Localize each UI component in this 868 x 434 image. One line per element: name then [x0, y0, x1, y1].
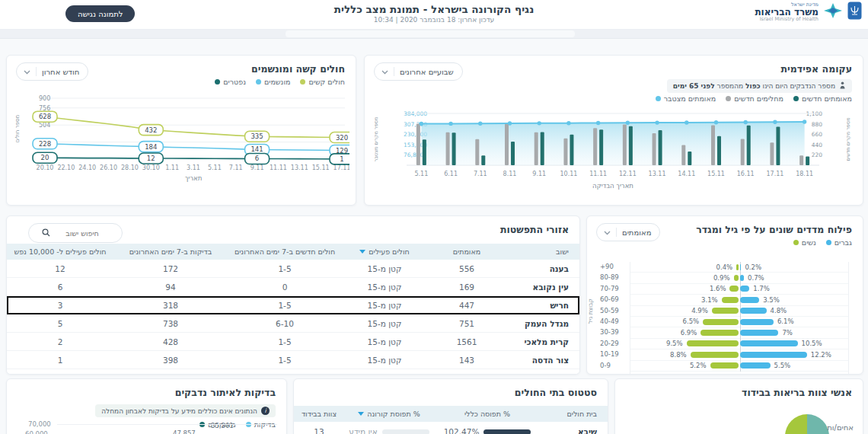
staff-pie-label: אחים/ות — [827, 423, 854, 432]
general-occupancy: 102.47% — [434, 427, 541, 434]
pyramid-row: 30-396.9%7% — [630, 327, 848, 338]
svg-text:76,800: 76,800 — [404, 152, 423, 158]
logo-text: מדינת ישראל משרד הבריאות Israel Ministry… — [755, 2, 819, 22]
column-header[interactable]: בדיקות ב-7 ימים האחרונים — [113, 247, 228, 256]
svg-text:5.11: 5.11 — [414, 171, 428, 177]
cell-value: 1 — [7, 356, 113, 365]
svg-text:900: 900 — [39, 95, 50, 102]
city-search — [28, 223, 123, 243]
hospital-row[interactable]: שיבא102.47%אין מידע13 — [294, 422, 608, 434]
column-header[interactable]: חולים פעילים — [342, 247, 427, 256]
svg-text:129: 129 — [336, 147, 348, 155]
svg-text:8.11: 8.11 — [503, 171, 517, 177]
cell-value: קטן מ-15 — [342, 319, 427, 328]
table-row[interactable]: צור הדסה143קטן מ-151-53981 — [7, 351, 579, 369]
horizontal-scrollbar[interactable] — [0, 30, 868, 39]
column-header[interactable]: חולים חדשים ב-7 ימים האחרונים — [228, 247, 342, 256]
legend-dot-icon — [793, 240, 799, 245]
scrollbar-thumb[interactable] — [286, 30, 575, 37]
svg-text:12.11: 12.11 — [619, 171, 637, 177]
svg-text:9.11: 9.11 — [251, 164, 264, 171]
legend-item: מחלימים חדשים — [726, 94, 783, 103]
legend-dot-icon — [215, 79, 220, 85]
table-row[interactable]: שערי תקווה147קטן מ-151-51772 — [7, 369, 579, 375]
staff-pie-chart — [785, 414, 829, 434]
column-header[interactable]: בית חולים — [541, 410, 608, 418]
svg-text:11.11: 11.11 — [270, 164, 287, 171]
cell-value: 447 — [427, 301, 506, 310]
svg-text:3.11: 3.11 — [187, 164, 200, 171]
svg-text:432: 432 — [145, 126, 157, 134]
column-header[interactable]: % תפוסת קורונה — [344, 410, 434, 418]
top-header: לתמונה נגישה נגיף הקורונה בישראל - תמונת… — [0, 0, 868, 30]
svg-text:184: 184 — [145, 143, 157, 151]
column-header[interactable]: צוות בבידוד — [294, 410, 344, 418]
column-header[interactable]: מאומתים — [427, 247, 506, 256]
legend-dot-icon — [726, 96, 731, 101]
cell-value: 1-5 — [228, 356, 342, 365]
svg-text:13.11: 13.11 — [649, 171, 666, 177]
svg-text:7.11: 7.11 — [474, 171, 487, 177]
city-name: בענה — [506, 264, 579, 273]
chevron-down-icon — [24, 68, 30, 76]
cell-value: 398 — [113, 356, 228, 365]
legend-dot-icon — [826, 240, 831, 245]
city-name: קרית מלאכי — [506, 337, 579, 346]
svg-text:7.11: 7.11 — [229, 164, 243, 171]
tests-note: iהנתונים אינם כוללים מידע על בדיקות לאבח… — [7, 401, 276, 417]
city-name: שערי תקווה — [506, 374, 579, 375]
svg-text:440: 440 — [812, 142, 823, 148]
cell-value: קטן מ-15 — [342, 264, 427, 273]
svg-text:880: 880 — [812, 121, 823, 128]
sort-desc-icon — [358, 412, 364, 416]
table-row[interactable]: מגדל העמק751קטן מ-156-107385 — [7, 314, 579, 333]
column-header[interactable]: % תפוסה כללי — [434, 410, 541, 418]
cell-value: קטן מ-15 — [342, 337, 427, 346]
svg-text:10.11: 10.11 — [560, 171, 577, 177]
svg-text:17.11: 17.11 — [766, 171, 783, 177]
svg-text:6.11: 6.11 — [444, 171, 458, 177]
info-icon: i — [261, 407, 270, 415]
legend-dot-icon — [793, 96, 799, 101]
staff-card-title: אנשי צוות בריאות בבידוד — [615, 379, 863, 398]
cell-value: קטן מ-15 — [342, 374, 427, 375]
hospitals-table-header: בית חולים% תפוסה כללי% תפוסת קורונהצוות … — [294, 406, 608, 422]
city-name: מגדל העמק — [506, 319, 579, 328]
dashboard-root: לתמונה נגישה נגיף הקורונה בישראל - תמונת… — [0, 0, 868, 434]
cell-value: קטן מ-15 — [342, 282, 427, 292]
svg-text:141: 141 — [251, 145, 263, 153]
table-row[interactable]: עין נקובא169קטן מ-150946 — [7, 278, 579, 296]
chevron-down-icon — [381, 68, 388, 76]
table-row[interactable]: קרית מלאכי1561קטן מ-151-54282 — [7, 333, 579, 351]
city-name: צור הדסה — [506, 356, 579, 365]
cell-value: 143 — [427, 356, 506, 365]
column-header[interactable]: חולים פעילים ל- 10,000 נפש — [7, 247, 113, 256]
table-row[interactable]: בענה556קטן מ-151-517212 — [7, 260, 579, 278]
cell-value: 428 — [113, 337, 228, 346]
cell-value: 12 — [7, 264, 113, 273]
cell-value: 147 — [427, 374, 506, 375]
cell-value: 5 — [7, 319, 113, 328]
chart-label: 55,301 — [211, 422, 234, 429]
cell-value: קטן מ-15 — [342, 356, 427, 365]
column-header[interactable]: ישוב — [506, 247, 579, 256]
logo-star-icon — [822, 2, 844, 23]
staff-isolation-card: אנשי צוות בריאות בבידוד אחים/ות — [614, 378, 863, 434]
cell-value: קטן מ-15 — [342, 301, 427, 310]
svg-text:30.10: 30.10 — [142, 164, 160, 171]
cell-value: 1561 — [427, 337, 506, 346]
epidemic-curve-card: עקומה אפידמית שבועיים אחרונים מספר הנדבק… — [364, 55, 863, 206]
legend-item: נשים — [793, 238, 816, 247]
svg-text:16.11: 16.11 — [737, 171, 755, 177]
svg-text:11.11: 11.11 — [589, 171, 607, 177]
severe-range-dropdown[interactable]: חודש אחרון — [16, 62, 88, 81]
epi-range-dropdown[interactable]: שבועיים אחרונים — [374, 62, 463, 81]
spread-areas-card: אזורי התפשטות ישובמאומתיםחולים פעיליםחול… — [6, 215, 580, 375]
legend-item: נפטרים — [215, 78, 246, 86]
pyramid-metric-dropdown[interactable]: מאומתים — [596, 223, 660, 241]
svg-text:תאריך הבדיקה: תאריך הבדיקה — [592, 182, 633, 190]
table-row[interactable]: חריש447קטן מ-151-53183 — [7, 296, 579, 314]
staff-isolated-count: 13 — [294, 427, 344, 434]
legend-item: חולים קשים — [300, 78, 345, 86]
cell-value: 2 — [7, 337, 113, 346]
